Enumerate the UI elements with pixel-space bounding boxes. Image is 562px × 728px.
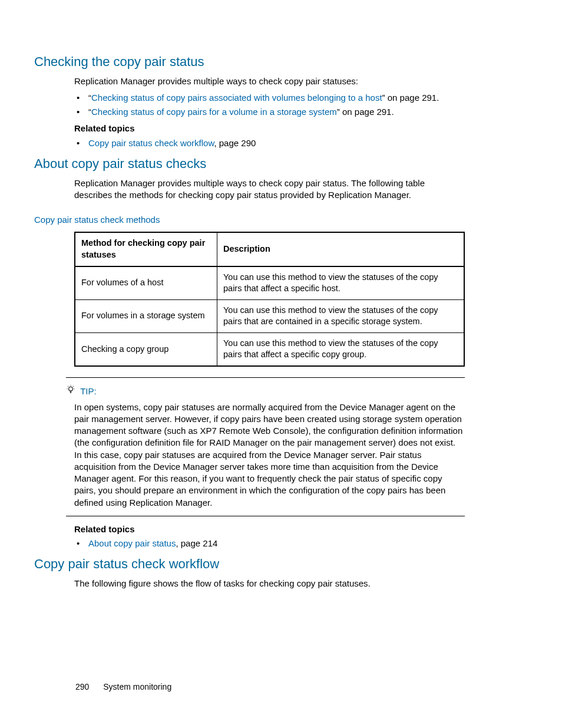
td-method: Checking a copy group xyxy=(75,332,217,366)
section1-related-list: Copy pair status check workflow, page 29… xyxy=(74,137,465,149)
list-item: “Checking status of copy pairs associate… xyxy=(74,92,465,104)
table-caption: Copy pair status check methods xyxy=(34,214,465,226)
related-topics-label: Related topics xyxy=(74,523,465,535)
link-about-copy-pair-status[interactable]: About copy pair status xyxy=(88,538,176,548)
footer-title: System monitoring xyxy=(103,682,171,691)
th-description: Description xyxy=(217,232,465,266)
heading-about-status-checks: About copy pair status checks xyxy=(34,155,465,173)
td-description: You can use this method to view the stat… xyxy=(217,299,465,332)
list-item: Copy pair status check workflow, page 29… xyxy=(74,137,465,149)
section1-intro: Replication Manager provides multiple wa… xyxy=(74,75,465,87)
table-header-row: Method for checking copy pair statuses D… xyxy=(75,232,464,266)
item-suffix: ” on page 291. xyxy=(337,107,394,117)
section1-body: Replication Manager provides multiple wa… xyxy=(74,75,465,149)
section1-list: “Checking status of copy pairs associate… xyxy=(74,92,465,118)
section3-intro: The following figure shows the flow of t… xyxy=(74,578,465,589)
section2-intro: Replication Manager provides multiple wa… xyxy=(74,177,465,202)
list-item: About copy pair status, page 214 xyxy=(74,538,465,549)
section2-body: Replication Manager provides multiple wa… xyxy=(74,177,465,202)
td-method: For volumes in a storage system xyxy=(75,299,217,332)
svg-line-5 xyxy=(68,386,68,387)
document-page: Checking the copy pair status Replicatio… xyxy=(0,0,562,728)
td-method: For volumes of a host xyxy=(75,266,217,300)
section3-body: The following figure shows the flow of t… xyxy=(74,578,465,589)
link-checking-host[interactable]: Checking status of copy pairs associated… xyxy=(91,93,382,103)
table-row: For volumes of a host You can use this m… xyxy=(75,266,464,300)
table-row: For volumes in a storage system You can … xyxy=(75,299,464,332)
section2-related-list: About copy pair status, page 214 xyxy=(74,538,465,549)
item-suffix: , page 214 xyxy=(176,538,217,548)
link-checking-storage[interactable]: Checking status of copy pairs for a volu… xyxy=(91,107,337,117)
item-suffix: , page 290 xyxy=(214,138,256,148)
heading-workflow: Copy pair status check workflow xyxy=(34,555,465,573)
list-item: “Checking status of copy pairs for a vol… xyxy=(74,106,465,118)
divider xyxy=(66,377,465,378)
td-description: You can use this method to view the stat… xyxy=(217,332,465,366)
page-footer: 290 System monitoring xyxy=(75,681,171,693)
link-workflow[interactable]: Copy pair status check workflow xyxy=(88,138,214,148)
item-suffix: ” on page 291. xyxy=(382,93,439,103)
tip-label: TIP: xyxy=(80,386,97,396)
svg-line-6 xyxy=(73,386,74,387)
tip-header: TIP: xyxy=(66,385,465,398)
th-method: Method for checking copy pair statuses xyxy=(75,232,217,266)
table-row: Checking a copy group You can use this m… xyxy=(75,332,464,366)
lightbulb-icon xyxy=(66,385,75,397)
svg-point-0 xyxy=(69,387,73,391)
page-number: 290 xyxy=(75,682,89,691)
heading-checking-copy-pair-status: Checking the copy pair status xyxy=(34,53,465,71)
divider xyxy=(66,516,465,516)
related-topics-label: Related topics xyxy=(74,123,465,134)
section2-related: Related topics About copy pair status, p… xyxy=(74,523,465,550)
tip-body: In open systems, copy pair statuses are … xyxy=(74,401,465,509)
status-methods-table: Method for checking copy pair statuses D… xyxy=(74,232,465,367)
td-description: You can use this method to view the stat… xyxy=(217,266,465,300)
